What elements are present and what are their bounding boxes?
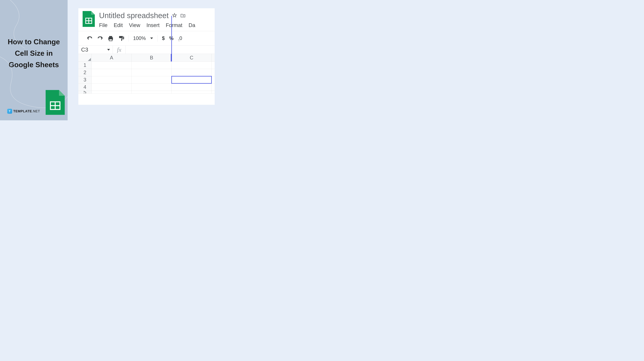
cell-a1[interactable]: [92, 62, 132, 69]
toolbar-divider: [128, 35, 129, 42]
column-header-b[interactable]: B: [132, 54, 172, 61]
grid-row: 5: [78, 91, 215, 94]
grid-row: 2: [78, 69, 215, 76]
row-header-4[interactable]: 4: [78, 83, 92, 91]
brand-badge: T TEMPLATE.NET: [7, 109, 40, 114]
tutorial-left-panel: How to Change Cell Size in Google Sheets…: [0, 0, 68, 120]
svg-rect-9: [119, 36, 123, 38]
move-to-folder-icon[interactable]: [180, 13, 186, 18]
name-box[interactable]: C3: [78, 46, 113, 54]
cell-c1[interactable]: [172, 62, 212, 69]
google-sheets-logo-icon: [46, 90, 65, 115]
currency-format-button[interactable]: $: [162, 35, 165, 41]
menu-edit[interactable]: Edit: [114, 22, 123, 28]
row-header-3[interactable]: 3: [78, 76, 92, 83]
cell-b1[interactable]: [132, 62, 172, 69]
print-icon[interactable]: [108, 35, 114, 41]
menu-bar: File Edit View Insert Format Da: [99, 22, 210, 28]
menu-data[interactable]: Da: [188, 22, 195, 28]
select-all-corner[interactable]: [78, 54, 92, 61]
cell-c5[interactable]: [172, 91, 212, 94]
cell-c2[interactable]: [172, 69, 212, 76]
column-header-a[interactable]: A: [92, 54, 132, 61]
cell-b3[interactable]: [132, 76, 172, 83]
sheets-app-icon: [82, 11, 95, 27]
menu-file[interactable]: File: [99, 22, 108, 28]
formula-input[interactable]: [126, 46, 215, 54]
star-icon[interactable]: [172, 13, 177, 18]
brand-logo-icon: T: [7, 109, 12, 114]
fx-label: fx: [113, 46, 126, 53]
zoom-level[interactable]: 100%: [133, 35, 146, 41]
toolbar: 100% $ % .0 ←: [78, 31, 215, 46]
cell-b5[interactable]: [132, 91, 172, 94]
menu-view[interactable]: View: [129, 22, 140, 28]
undo-icon[interactable]: [87, 35, 93, 41]
column-resize-handle[interactable]: [171, 54, 172, 61]
svg-rect-8: [109, 39, 112, 41]
column-header-c[interactable]: C: [172, 54, 212, 61]
cell-b4[interactable]: [132, 83, 172, 91]
cell-a3[interactable]: [92, 76, 132, 83]
row-header-2[interactable]: 2: [78, 69, 92, 76]
cell-a5[interactable]: [92, 91, 132, 94]
app-header: Untitled spreadsheet File Edit View Inse…: [78, 8, 215, 28]
cell-b2[interactable]: [132, 69, 172, 76]
google-sheets-window: Untitled spreadsheet File Edit View Inse…: [78, 8, 215, 105]
name-box-dropdown-icon[interactable]: [107, 49, 110, 50]
cell-a4[interactable]: [92, 83, 132, 91]
svg-rect-6: [109, 36, 112, 37]
grid-row: 1: [78, 62, 215, 69]
cell-c3[interactable]: [172, 76, 212, 83]
paint-format-icon[interactable]: [118, 35, 124, 41]
grid-row: 4: [78, 83, 215, 91]
formula-bar: C3 fx: [78, 46, 215, 54]
row-header-5[interactable]: 5: [78, 91, 92, 94]
active-cell-highlight: [171, 76, 212, 84]
spreadsheet-grid: A B C 1 2 3 4: [78, 54, 215, 94]
decrease-decimal-button[interactable]: .0 ←: [178, 35, 182, 41]
brand-text: TEMPLATE.NET: [13, 109, 40, 113]
zoom-dropdown-icon[interactable]: [150, 37, 153, 39]
cell-c4[interactable]: [172, 83, 212, 91]
document-title[interactable]: Untitled spreadsheet: [99, 11, 168, 20]
menu-format[interactable]: Format: [166, 22, 182, 28]
column-resize-line: [171, 16, 172, 55]
column-headers-row: A B C: [78, 54, 215, 62]
redo-icon[interactable]: [97, 35, 103, 41]
row-header-1[interactable]: 1: [78, 62, 92, 69]
grid-row: 3: [78, 76, 215, 83]
cell-a2[interactable]: [92, 69, 132, 76]
menu-insert[interactable]: Insert: [146, 22, 160, 28]
